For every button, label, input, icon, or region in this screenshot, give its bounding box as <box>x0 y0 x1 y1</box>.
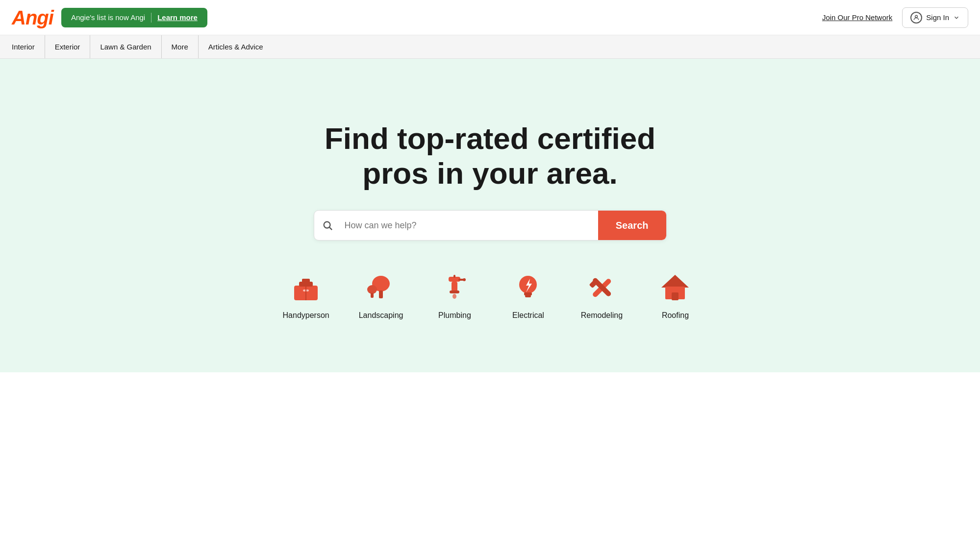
service-roofing[interactable]: Roofing <box>653 270 697 320</box>
svg-rect-21 <box>525 295 531 297</box>
svg-point-10 <box>367 285 377 294</box>
service-roofing-label: Roofing <box>662 311 689 320</box>
electrical-icon <box>510 270 546 305</box>
announcement-banner: Angie's list is now Angi Learn more <box>61 8 207 27</box>
svg-rect-14 <box>450 290 459 293</box>
svg-point-1 <box>324 222 330 228</box>
service-remodeling[interactable]: Remodeling <box>579 270 624 320</box>
service-remodeling-label: Remodeling <box>581 311 623 320</box>
nav-bar: Interior Exterior Lawn & Garden More Art… <box>0 35 980 59</box>
svg-rect-5 <box>302 279 310 283</box>
join-pro-link[interactable]: Join Our Pro Network <box>822 13 892 22</box>
nav-more[interactable]: More <box>162 35 199 58</box>
service-electrical-label: Electrical <box>512 311 544 320</box>
landscaping-icon <box>363 270 399 305</box>
nav-interior[interactable]: Interior <box>12 35 45 58</box>
service-handyperson[interactable]: Handyperson <box>283 270 329 320</box>
handyperson-icon <box>288 270 324 305</box>
plumbing-icon <box>437 270 472 305</box>
roofing-icon <box>657 270 693 305</box>
nav-articles-advice[interactable]: Articles & Advice <box>199 35 273 58</box>
svg-rect-28 <box>672 292 678 300</box>
service-plumbing[interactable]: Plumbing <box>432 270 477 320</box>
learn-more-link[interactable]: Learn more <box>157 13 198 22</box>
svg-point-18 <box>463 278 466 281</box>
search-bar: Search <box>314 210 667 241</box>
service-electrical[interactable]: Electrical <box>506 270 550 320</box>
svg-point-0 <box>915 15 918 18</box>
banner-divider <box>151 13 151 23</box>
service-landscaping[interactable]: Landscaping <box>359 270 403 320</box>
search-icon <box>314 220 341 231</box>
header-right: Join Our Pro Network Sign In <box>822 7 968 28</box>
svg-rect-11 <box>371 293 374 298</box>
user-icon <box>910 12 922 24</box>
header-left: Angi Angie's list is now Angi Learn more <box>12 8 207 27</box>
header: Angi Angie's list is now Angi Learn more… <box>0 0 980 35</box>
search-button[interactable]: Search <box>598 211 666 240</box>
hero-title: Find top-rated certified pros in your ar… <box>304 121 677 191</box>
svg-line-2 <box>329 227 332 230</box>
service-handyperson-label: Handyperson <box>283 311 329 320</box>
announcement-text: Angie's list is now Angi <box>71 13 145 22</box>
svg-rect-13 <box>452 282 457 291</box>
svg-rect-9 <box>379 290 383 298</box>
sign-in-button[interactable]: Sign In <box>902 7 968 28</box>
chevron-down-icon <box>953 14 960 21</box>
svg-point-15 <box>452 294 456 299</box>
remodeling-icon <box>584 270 619 305</box>
sign-in-label: Sign In <box>926 13 949 22</box>
nav-lawn-garden[interactable]: Lawn & Garden <box>90 35 161 58</box>
hero-section: Find top-rated certified pros in your ar… <box>0 59 980 372</box>
logo[interactable]: Angi <box>12 8 53 27</box>
service-landscaping-label: Landscaping <box>359 311 403 320</box>
services-row: Handyperson Landscaping <box>283 270 698 320</box>
nav-exterior[interactable]: Exterior <box>45 35 91 58</box>
service-plumbing-label: Plumbing <box>438 311 471 320</box>
svg-rect-16 <box>453 275 455 278</box>
svg-marker-26 <box>661 275 689 288</box>
search-input[interactable] <box>341 212 598 240</box>
